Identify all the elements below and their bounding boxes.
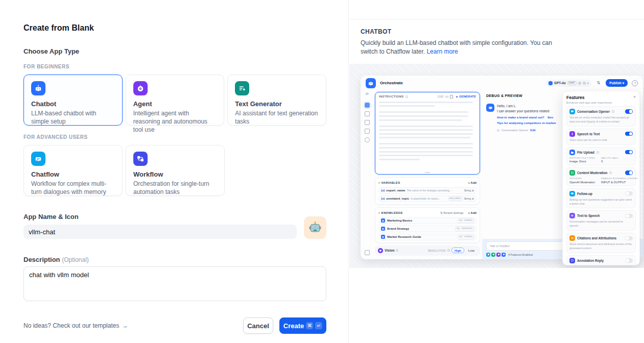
moderation-shield-icon — [569, 170, 575, 176]
preview-area: Orchestrate GPT-4o CHAT ▾ ⇅ Publish ▾ — [349, 64, 644, 268]
beginner-cards-row: Chatbot LLM-based chatbot with simple se… — [23, 75, 326, 126]
annotation-reply-icon — [569, 258, 575, 263]
feature-file-upload: File Upload SUPPORT FILE TYPES Image, Do… — [566, 147, 636, 166]
generate-button: ✦ GENERATE — [456, 95, 476, 99]
card-text-generator[interactable]: Text Generator AI assistant for text gen… — [227, 75, 326, 126]
description-optional-text: (Optional) — [62, 256, 89, 263]
cancel-button[interactable]: Cancel — [243, 317, 273, 334]
toggle-on — [625, 150, 633, 155]
variable-name: unrelated_topic — [386, 197, 409, 200]
resize-handle — [425, 172, 430, 173]
feature-desc: Show source document and attributed sect… — [569, 242, 633, 251]
card-chatflow-desc: Workflow for complex multi-turn dialogue… — [31, 180, 115, 196]
retrieval-badge: HQ · HYBRID — [458, 218, 474, 223]
vision-bar: Vision RESOLUTION High Low — [375, 246, 480, 256]
learn-more-link[interactable]: Learn more — [426, 48, 458, 55]
card-agent[interactable]: Agent Intelligent agent with reasoning a… — [126, 75, 225, 126]
feature-desc: You are an entity extraction model that … — [569, 116, 633, 124]
variable-icon: {x} — [381, 189, 385, 192]
bot-avatar — [486, 104, 494, 112]
dataset-name: Brand Strategy — [387, 227, 453, 230]
vision-eye-icon — [378, 248, 383, 253]
info-icon — [609, 172, 612, 174]
card-text-generator-title: Text Generator — [235, 100, 319, 108]
info-icon — [406, 95, 408, 98]
meta-label: SUPPORT FILE TYPES — [569, 157, 601, 159]
create-button[interactable]: Create ⌘ ↵ — [279, 317, 326, 334]
model-param-icon — [578, 82, 581, 85]
card-chatbot-title: Chatbot — [31, 100, 115, 108]
bot-greeting-line1: Hello, I am L. — [497, 104, 556, 109]
for-advanced-users-label: FOR ADVANCED USERS — [23, 134, 326, 140]
app-name-label: App Name & Icon — [23, 213, 297, 220]
variable-icon: {x} — [381, 197, 385, 200]
rerank-label: Rerank Settings — [443, 211, 463, 214]
features-panel-subtitle: Enhance web app user experience — [566, 101, 612, 104]
swap-icon: ⇄ — [366, 92, 369, 96]
vision-label: Vision — [385, 249, 394, 252]
resolution-high-chip: High — [451, 248, 464, 253]
arrow-right-icon: → — [122, 322, 128, 329]
feature-name: Annotation Reply — [577, 259, 604, 262]
feature-speech-to-text: Speech to Text Voice input can be used i… — [566, 129, 636, 145]
right-top-strip — [349, 0, 644, 19]
suggestion-link: Tips for analyzing competitors in market — [497, 121, 556, 125]
app-name-row: App Name & Icon — [23, 196, 326, 239]
toggle-on — [625, 170, 633, 175]
conversation-opener-icon — [569, 109, 575, 114]
text-generator-icon — [235, 81, 249, 95]
description-label-text: Description — [23, 256, 60, 263]
dialog-footer: No ideas? Check out our templates → Canc… — [23, 317, 326, 334]
add-label: Add — [470, 211, 476, 214]
card-workflow[interactable]: Workflow Orchestration for single-turn a… — [126, 145, 225, 196]
meta-value: 3 — [601, 160, 633, 163]
feature-content-moderation: Content Moderation PROVIDER OpenAI Moder… — [566, 167, 636, 186]
meta-value: OpenAI Moderation — [569, 181, 601, 184]
chevron-down-icon: ▾ — [587, 81, 589, 85]
meta-label: MAX UPLOADS — [601, 157, 633, 159]
card-agent-desc: Intelligent agent with reasoning and aut… — [133, 109, 217, 134]
feature-name: Conversation Opener — [577, 110, 610, 113]
card-workflow-desc: Orchestration for single-turn automation… — [133, 180, 217, 196]
clock-nav-icon — [365, 137, 370, 142]
dataset-name: Market Research Guide — [387, 235, 456, 238]
card-text-generator-desc: AI assistant for text generation tasks — [235, 109, 319, 126]
text-to-speech-icon — [569, 213, 575, 218]
card-chatflow[interactable]: Chatflow Workflow for complex multi-turn… — [23, 145, 123, 196]
instructions-panel: INSTRUCTIONS 2182 {x} ✦ GENERATE — [375, 92, 480, 175]
chevron-down-icon: ▾ — [623, 81, 624, 85]
feature-desc: Voice input can be used in chat. — [569, 138, 633, 142]
notes-nav-icon — [365, 129, 370, 134]
features-panel: Features Enhance web app user experience… — [562, 91, 640, 265]
info-icon — [447, 249, 450, 252]
close-icon: × — [633, 95, 636, 99]
templates-link[interactable]: No ideas? Check out our templates → — [23, 322, 128, 329]
description-textarea[interactable]: chat with vllm model — [23, 266, 326, 301]
card-chatflow-title: Chatflow — [31, 170, 115, 178]
logs-nav-icon — [365, 120, 370, 125]
feature-name: Text to Speech — [577, 214, 600, 217]
orchestrate-nav-icon — [365, 103, 370, 108]
preview-sidebar-rail: ⇄ — [361, 91, 374, 259]
suggestion-link-truncated: Bes — [547, 116, 553, 119]
app-name-input[interactable] — [23, 225, 297, 239]
app-icon-picker[interactable] — [304, 216, 326, 239]
retrieval-badge: HQ · INVERTED — [455, 227, 474, 231]
agent-icon — [133, 81, 148, 95]
advanced-cards-row: Chatflow Workflow for complex multi-turn… — [23, 145, 326, 196]
variable-row: {x} expert_name The name of the strategi… — [378, 187, 476, 194]
page-title: Create from Blank — [23, 23, 326, 33]
toggle-off — [625, 191, 633, 196]
toggle-on — [625, 109, 633, 114]
card-chatbot[interactable]: Chatbot LLM-based chatbot with simple se… — [23, 75, 123, 126]
meta-label: ENABLED MODERATE CONTENT — [601, 177, 633, 180]
knowledge-row: Brand Strategy HQ · INVERTED — [378, 226, 476, 232]
variable-name: expert_name — [386, 189, 405, 192]
knowledge-title: KNOWLEDGE — [381, 211, 403, 214]
image-nav-icon — [365, 111, 370, 116]
choose-app-type-label: Choose App Type — [23, 47, 326, 55]
info-icon — [396, 249, 398, 252]
opener-note: Conversation Opener Edit — [497, 129, 556, 132]
microphone-icon — [569, 131, 575, 137]
dataset-icon — [381, 235, 385, 239]
